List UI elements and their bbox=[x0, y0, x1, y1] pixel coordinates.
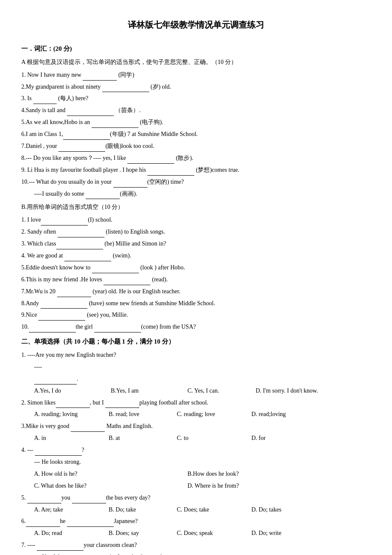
q-b6: 6.This is my new friend .He loves (read)… bbox=[21, 274, 371, 285]
q-a7: 7.Daniel , your (眼镜)look too cool. bbox=[21, 141, 371, 152]
q2-7-text: 7. ---- your classroom clean? bbox=[21, 540, 371, 551]
q-a9: 9. Li Hua is my favourite football playe… bbox=[21, 165, 371, 176]
blank-b1 bbox=[41, 219, 88, 225]
q2-4-options: A. How old is he? B.How does he look? bbox=[21, 468, 371, 480]
blank-a8 bbox=[127, 157, 174, 164]
opt-2-2-a: A. reading; loving bbox=[34, 409, 109, 420]
blank-2-6b bbox=[67, 520, 114, 527]
blank-a2 bbox=[102, 85, 149, 92]
opt-2-2-c: C. reading; love bbox=[177, 409, 251, 420]
blank-b9 bbox=[38, 314, 85, 321]
page-title: 译林版七年级教学情况单元调查练习 bbox=[21, 17, 371, 33]
opt-2-6-c: C. Does; speak bbox=[177, 528, 251, 539]
q2-5-options: A. Are; take B. Do; take C. Does; take D… bbox=[21, 504, 371, 515]
opt-2-5-b: B. Do; take bbox=[109, 504, 177, 515]
opt-2-2-d: D. read;loving bbox=[251, 409, 328, 420]
opt-2-5-c: C. Does; take bbox=[177, 504, 251, 515]
q-a5: 5.As we all know,Hobo is an (电子狗). bbox=[21, 117, 371, 128]
q-a10a: 10.--- What do you usually do in your (空… bbox=[21, 176, 371, 188]
blank-b7 bbox=[57, 290, 91, 297]
q2-3-text: 3.Mike is very good Maths and English. bbox=[21, 421, 371, 432]
blank-2-3 bbox=[71, 425, 105, 432]
q2-7-line2: ----Yes. We it after school every day. bbox=[21, 552, 371, 555]
blank-2-6a bbox=[26, 520, 60, 527]
opt-2-1-b: B.Yes, I am bbox=[111, 385, 187, 396]
blank-2-2b bbox=[105, 401, 139, 408]
q-b3: 3. Which class (be) Millie and Simon in? bbox=[21, 238, 371, 249]
blank-2-4 bbox=[35, 449, 82, 456]
blank-b8 bbox=[40, 302, 87, 309]
blank-b10b bbox=[94, 326, 141, 332]
partB-instruction: B.用所给单词的适当形式填空（10 分） bbox=[21, 202, 371, 213]
q2-6-options: A. Do; read B. Does; say C. Does; speak … bbox=[21, 528, 371, 539]
blank-b4 bbox=[64, 254, 111, 261]
blank-a6 bbox=[63, 133, 110, 140]
partA-instruction: A 根据句意及汉语提示，写出单词的适当形式，使句子意思完整、正确。（10 分） bbox=[21, 57, 371, 68]
section1-label: 一．词汇：(20 分) bbox=[21, 43, 371, 55]
q-b9: 9.Nice (see) you, Millie. bbox=[21, 309, 371, 321]
opt-2-2-b: B. read; love bbox=[109, 409, 177, 420]
opt-2-3-d: D. for bbox=[251, 433, 328, 444]
q-a4: 4.Sandy is tall and （苗条）. bbox=[21, 105, 371, 116]
q2-4-line2: --- He looks strong. bbox=[21, 457, 371, 468]
opt-2-1-a: A.Yes, I do bbox=[34, 385, 111, 396]
q2-1-text: 1. ----Are you my new English teacher? bbox=[21, 350, 371, 361]
blank-2-1 bbox=[34, 378, 77, 384]
blank-a5 bbox=[92, 121, 138, 128]
q2-4-options2: C. What does he like? D. Where is he fro… bbox=[21, 480, 371, 491]
opt-2-4-c: C. What does he like? bbox=[34, 480, 187, 491]
blank-2-5a bbox=[27, 497, 61, 503]
blank-b5 bbox=[92, 266, 139, 273]
q-b10: 10.the girl (come) from the USA? bbox=[21, 321, 371, 332]
blank-b10a bbox=[29, 326, 76, 332]
opt-2-4-d: D. Where is he from? bbox=[187, 480, 341, 491]
blank-b6 bbox=[104, 278, 150, 285]
q-a6: 6.I am in Class 1,(年级) 7 at Sunshine Mid… bbox=[21, 129, 371, 140]
q-b4: 4. We are good at (swim). bbox=[21, 250, 371, 261]
blank-a7 bbox=[58, 145, 105, 152]
blank-a10b bbox=[86, 192, 120, 199]
blank-b2 bbox=[58, 231, 104, 237]
blank-a3 bbox=[33, 97, 57, 104]
opt-2-5-a: A. Are; take bbox=[34, 504, 109, 515]
opt-2-4-b: B.How does he look? bbox=[187, 468, 341, 480]
q2-1-line2: ---- bbox=[21, 361, 371, 373]
q-a10b: ----I usually do some (画画). bbox=[21, 188, 371, 199]
q-b8: 8.Andy (have) some new friends at Sunshi… bbox=[21, 298, 371, 309]
blank-a10a bbox=[113, 181, 147, 188]
opt-2-3-c: C. to bbox=[177, 433, 251, 444]
blank-a4 bbox=[67, 109, 114, 116]
blank-2-2a bbox=[56, 401, 90, 408]
q2-1-options: A.Yes, I do B.Yes, I am C. Yes, I can. D… bbox=[21, 385, 371, 396]
opt-2-6-d: D. Do; write bbox=[251, 528, 328, 539]
blank-b3 bbox=[56, 243, 103, 249]
q-a2: 2.My grandparent is about ninety (岁) old… bbox=[21, 81, 371, 92]
q-a8: 8.--- Do you like any sports？---- yes, I… bbox=[21, 153, 371, 164]
opt-2-3-b: B. at bbox=[109, 433, 177, 444]
opt-2-6-b: B. Does; say bbox=[109, 528, 177, 539]
opt-2-4-a: A. How old is he? bbox=[34, 468, 187, 480]
opt-2-6-a: A. Do; read bbox=[34, 528, 109, 539]
q-a3: 3. Is (每人) here? bbox=[21, 93, 371, 104]
blank-a9 bbox=[147, 169, 194, 176]
q-b2: 2. Sandy often (listen) to English songs… bbox=[21, 226, 371, 237]
q2-3-options: A. in B. at C. to D. for bbox=[21, 433, 371, 444]
q2-2-text: 2. Simon likes, but I playing football a… bbox=[21, 397, 371, 408]
q-b5: 5.Eddie doesn't know how to (look ) afte… bbox=[21, 262, 371, 273]
q-b7: 7.Mr.Wu is 20 (year) old. He is our Engl… bbox=[21, 286, 371, 297]
q2-5-text: 5. you the bus every day? bbox=[21, 492, 371, 503]
opt-2-5-d: D. Do; takes bbox=[251, 504, 328, 515]
q2-2-options: A. reading; loving B. read; love C. read… bbox=[21, 409, 371, 420]
q2-4-text: 4. --- ? bbox=[21, 445, 371, 456]
q2-1-blankline: . bbox=[21, 373, 371, 384]
opt-2-3-a: A. in bbox=[34, 433, 109, 444]
blank-a1 bbox=[83, 74, 117, 81]
opt-2-1-c: C. Yes, I can. bbox=[187, 385, 256, 396]
opt-2-1-d: D. I'm sorry. I don't know. bbox=[256, 385, 332, 396]
blank-2-7a bbox=[37, 544, 84, 551]
section2-label: 二、单项选择（共 10 小题；每小题 1 分，满分 10 分） bbox=[21, 336, 371, 348]
q2-6-text: 6.he Japanese? bbox=[21, 516, 371, 527]
blank-2-5b bbox=[72, 497, 106, 503]
q-b1: 1. I love(I) school. bbox=[21, 214, 371, 225]
q-a1: 1. Now I have many new (同学) bbox=[21, 69, 371, 81]
